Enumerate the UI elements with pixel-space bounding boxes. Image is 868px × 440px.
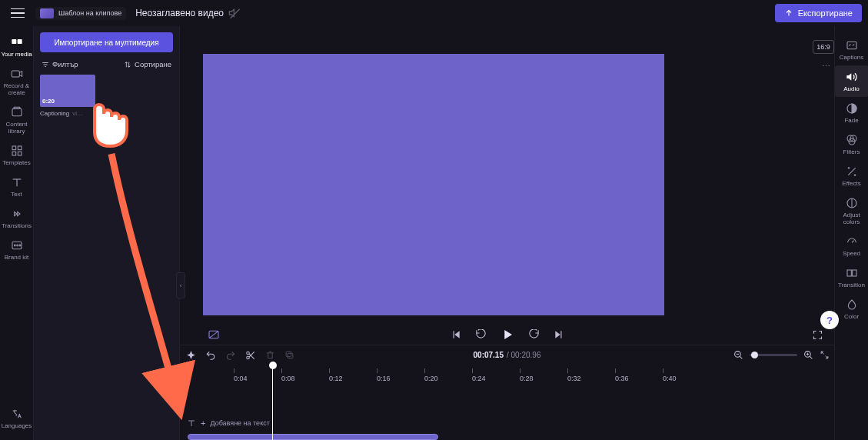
zoom-in-button[interactable] xyxy=(803,350,813,360)
timeline-ruler[interactable]: 00:040:080:120:160:200:240:280:320:360:4… xyxy=(180,365,834,382)
rail-transitions[interactable]: Transitions xyxy=(0,202,34,234)
rail-color[interactable]: Color xyxy=(835,293,869,325)
timeline[interactable]: + Добавяне на текст xyxy=(180,382,834,440)
rail-templates[interactable]: Templates xyxy=(0,139,34,171)
text-icon xyxy=(10,175,24,189)
svg-rect-27 xyxy=(852,270,856,276)
preview-area: 16:9 ⋯ ? xyxy=(180,26,834,345)
rail-content-library[interactable]: Content library xyxy=(0,101,34,139)
fullscreen-button[interactable] xyxy=(812,329,823,341)
project-name: Шаблон на клипове xyxy=(58,9,121,17)
collapse-panel-button[interactable]: ‹ xyxy=(176,272,185,298)
export-label: Експортиране xyxy=(798,8,853,18)
media-thumb-preview: 0:20 xyxy=(40,75,95,107)
zoom-out-button[interactable] xyxy=(733,350,743,360)
svg-rect-8 xyxy=(18,152,22,155)
playhead[interactable] xyxy=(272,366,273,440)
ruler-tick: 0:40 xyxy=(663,368,677,382)
export-button[interactable]: Експортиране xyxy=(775,4,862,22)
duplicate-button[interactable] xyxy=(284,350,294,360)
svg-point-10 xyxy=(14,245,15,246)
zoom-controls xyxy=(733,350,830,360)
video-clip[interactable] xyxy=(188,434,438,440)
media-thumb-labels: Captioning vi… xyxy=(40,110,95,117)
step-forward-button[interactable] xyxy=(528,329,540,341)
rail-transition[interactable]: Transition xyxy=(835,262,869,293)
record-icon xyxy=(10,67,24,81)
step-back-button[interactable] xyxy=(475,329,487,341)
import-media-button[interactable]: Импортиране на мултимедия xyxy=(40,32,173,52)
rail-your-media[interactable]: Your media xyxy=(0,31,34,62)
svg-rect-0 xyxy=(12,39,16,44)
svg-rect-20 xyxy=(847,42,856,48)
skip-end-button[interactable] xyxy=(554,329,564,340)
text-icon xyxy=(187,418,196,428)
svg-point-12 xyxy=(19,245,21,246)
filter-button[interactable]: Филтър xyxy=(42,60,78,68)
project-badge[interactable]: Шаблон на клипове xyxy=(35,7,126,20)
effects-icon xyxy=(845,165,859,178)
captions-icon xyxy=(845,38,859,52)
media-panel: Импортиране на мултимедия Филтър Сортира… xyxy=(34,26,180,440)
color-icon xyxy=(845,298,859,312)
rail-fade[interactable]: Fade xyxy=(835,97,869,128)
add-text-label: Добавяне на текст xyxy=(210,419,269,427)
skip-start-button[interactable] xyxy=(451,329,461,340)
media-thumb-captioning[interactable]: 0:20 Captioning vi… xyxy=(40,75,95,117)
delete-button[interactable] xyxy=(265,350,275,360)
filters-icon xyxy=(845,133,859,147)
media-filters: Филтър Сортиране xyxy=(42,60,171,68)
languages-icon xyxy=(10,407,24,421)
rail-brand-kit[interactable]: Brand kit xyxy=(0,234,34,265)
rail-filters[interactable]: Filters xyxy=(835,128,869,160)
svg-rect-1 xyxy=(17,39,22,44)
safe-zones-toggle[interactable] xyxy=(208,328,220,341)
magic-button[interactable] xyxy=(186,350,196,360)
add-text-track[interactable]: + Добавяне на текст xyxy=(186,417,834,429)
rail-text[interactable]: Text xyxy=(0,171,34,202)
zoom-slider[interactable] xyxy=(750,354,797,356)
svg-rect-16 xyxy=(288,353,293,358)
audio-icon xyxy=(845,70,859,84)
rail-effects[interactable]: Effects xyxy=(835,160,869,192)
help-button[interactable]: ? xyxy=(820,311,839,329)
svg-rect-4 xyxy=(14,107,20,108)
video-canvas[interactable] xyxy=(203,54,664,315)
timeline-toolbar: 00:07.15 / 00:20.96 xyxy=(180,345,834,365)
rail-captions[interactable]: Captions xyxy=(835,34,869,65)
brand-kit-icon xyxy=(10,238,24,252)
rail-adjust-colors[interactable]: Adjust colors xyxy=(835,192,869,230)
rail-record-create[interactable]: Record & create xyxy=(0,62,34,101)
play-button[interactable] xyxy=(501,328,514,342)
undo-button[interactable] xyxy=(205,350,216,361)
adjust-colors-icon xyxy=(845,196,859,210)
preview-more-button[interactable]: ⋯ xyxy=(822,62,831,72)
right-rail: Captions Audio Fade Filters Effects Adju… xyxy=(834,26,868,440)
fit-button[interactable] xyxy=(820,350,830,360)
video-title[interactable]: Неозаглавено видео xyxy=(135,8,224,18)
rail-languages[interactable]: Languages xyxy=(0,402,34,434)
plus-icon: + xyxy=(201,418,205,428)
ruler-tick: 0:16 xyxy=(377,368,391,382)
svg-rect-26 xyxy=(847,270,851,276)
ruler-tick: 0:28 xyxy=(520,368,534,382)
ruler-tick: 0:20 xyxy=(424,368,438,382)
ruler-tick: 0:08 xyxy=(281,368,295,382)
menu-button[interactable] xyxy=(6,2,29,25)
left-rail: Your media Record & create Content libra… xyxy=(0,26,34,440)
project-icon xyxy=(40,8,54,18)
split-button[interactable] xyxy=(245,350,256,361)
aspect-ratio-selector[interactable]: 16:9 xyxy=(813,40,834,54)
svg-rect-3 xyxy=(12,108,22,115)
time-total: / 00:20.96 xyxy=(507,351,541,359)
speed-icon xyxy=(845,235,859,248)
rail-audio[interactable]: Audio xyxy=(835,65,869,97)
media-icon xyxy=(10,35,24,49)
svg-rect-17 xyxy=(286,352,291,357)
redo-button[interactable] xyxy=(225,350,236,361)
sort-button[interactable]: Сортиране xyxy=(124,60,171,68)
ruler-tick: 0:36 xyxy=(615,368,629,382)
rail-speed[interactable]: Speed xyxy=(835,230,869,262)
time-current: 00:07.15 xyxy=(474,351,504,359)
ruler-tick: 0:32 xyxy=(567,368,581,382)
